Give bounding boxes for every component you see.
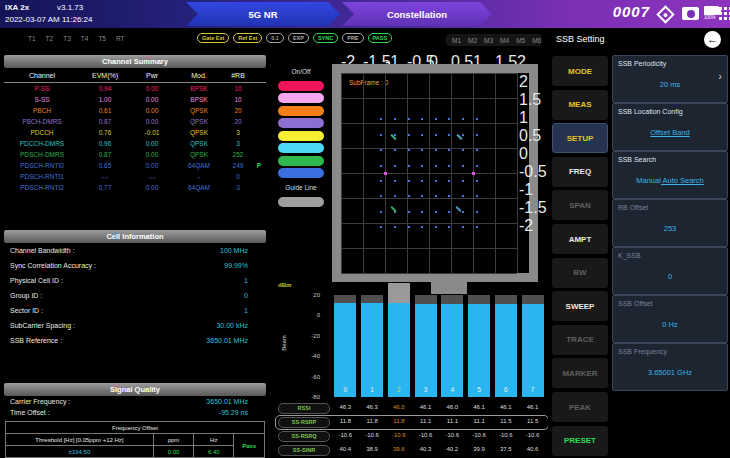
- menu-button-freq[interactable]: FREQ: [552, 157, 608, 187]
- row-value: 1: [244, 277, 260, 284]
- stat-value: 38.9: [359, 446, 386, 452]
- trace-label[interactable]: T5: [98, 35, 106, 42]
- setting-card-ssb-location-config[interactable]: SSB Location ConfigOffset Band: [612, 103, 728, 151]
- grid-line: [341, 148, 517, 149]
- beam-bar[interactable]: [361, 303, 383, 397]
- constellation-point: [408, 226, 410, 228]
- marker-label[interactable]: M3: [484, 37, 493, 44]
- frequency-offset-table: Frequency Offset Threshold [Hz] [0.05ppm…: [5, 421, 265, 458]
- tab-label: 5G NR: [248, 9, 277, 20]
- constellation-point: [380, 226, 382, 228]
- stat-value: 11.1: [412, 418, 439, 424]
- table-row: PDSCH-DMRS0.870.00QPSK252: [4, 149, 266, 160]
- y-tick-label: 20: [284, 292, 320, 298]
- marker-label[interactable]: M2: [468, 37, 477, 44]
- bar-cap: [415, 295, 437, 304]
- status-badge: SYNC: [313, 33, 338, 43]
- cell: 0.87: [80, 118, 130, 125]
- menu-button-ampt[interactable]: AMPT: [552, 224, 608, 254]
- legend-toggle[interactable]: [278, 131, 324, 141]
- trace-label[interactable]: T2: [46, 35, 54, 42]
- camera-icon[interactable]: [682, 7, 699, 20]
- stat-row-label[interactable]: RSSI: [278, 403, 330, 414]
- setting-value-link[interactable]: Offset Band: [650, 128, 689, 137]
- stat-value: 40.3: [412, 446, 439, 452]
- marker-label[interactable]: M6: [532, 37, 541, 44]
- stat-value: 40.6: [519, 446, 546, 452]
- marker-label[interactable]: M5: [516, 37, 525, 44]
- status-badge: Gate Ext: [197, 33, 229, 43]
- setting-card-ssb-frequency[interactable]: SSB Frequency3.65001 GHz: [612, 343, 728, 391]
- back-icon[interactable]: ←: [704, 31, 721, 48]
- constellation-point: [435, 165, 437, 167]
- tab-mode-5gnr[interactable]: 5G NR: [186, 2, 340, 26]
- legend-toggle[interactable]: [278, 156, 324, 166]
- menu-button-sweep[interactable]: SWEEP: [552, 291, 608, 321]
- beam-bar[interactable]: [522, 304, 544, 397]
- menu-button-mode[interactable]: MODE: [552, 56, 608, 86]
- hz-label: Hz: [194, 434, 234, 446]
- menu-button-trace[interactable]: TRACE: [552, 325, 608, 355]
- battery-percent: 100%: [704, 15, 716, 20]
- channel-smear: [390, 206, 396, 212]
- cell: 0.94: [80, 85, 130, 92]
- cell: BPSK: [174, 96, 224, 103]
- apps-menu-icon[interactable]: [719, 7, 722, 10]
- row-label: Sector ID :: [10, 307, 43, 314]
- menu-button-span[interactable]: SPAN: [552, 190, 608, 220]
- setting-card-ssb-search[interactable]: SSB SearchManual Auto Search: [612, 151, 728, 199]
- cell: QPSK: [174, 151, 224, 158]
- setting-value: 0 Hz: [613, 320, 727, 329]
- legend-toggle[interactable]: [278, 118, 324, 128]
- marker-label[interactable]: M4: [500, 37, 509, 44]
- menu-button-meas[interactable]: MEAS: [552, 90, 608, 120]
- trace-label[interactable]: T1: [28, 35, 36, 42]
- cell: -0.01: [130, 129, 174, 136]
- constellation-point: [462, 211, 464, 213]
- grid-line: [341, 273, 517, 274]
- beam-bar[interactable]: [388, 303, 410, 397]
- menu-button-marker[interactable]: MARKER: [552, 358, 608, 388]
- cell: 0: [224, 173, 252, 180]
- status-badges: Gate ExtRef Ext0.1EXPSYNCPREPASS: [197, 33, 392, 43]
- legend-toggle[interactable]: [278, 106, 324, 116]
- legend-toggle[interactable]: [278, 93, 324, 103]
- constellation-point: [408, 211, 410, 213]
- beam-bar[interactable]: [441, 304, 463, 397]
- stat-row-label[interactable]: SS-RSRQ: [278, 431, 330, 442]
- stat-row-label[interactable]: SS-RSRP: [278, 417, 330, 428]
- cell: 0.00: [130, 107, 174, 114]
- marker-label[interactable]: M1: [452, 37, 461, 44]
- setting-value-part[interactable]: Manual: [636, 176, 661, 185]
- constellation-point: [435, 149, 437, 151]
- menu-button-bw[interactable]: BW: [552, 258, 608, 288]
- beam-bar[interactable]: [415, 304, 437, 397]
- setting-card-ssb-offset[interactable]: SSB Offset0 Hz: [612, 295, 728, 343]
- legend-toggle[interactable]: [278, 168, 324, 178]
- gps-icon[interactable]: [656, 5, 674, 23]
- constellation-point: [421, 226, 423, 228]
- legend-toggle[interactable]: [278, 143, 324, 153]
- stat-row-label[interactable]: SS-SINR: [278, 445, 330, 456]
- constellation-point: [462, 134, 464, 136]
- constellation-point: [421, 195, 423, 197]
- tab-measure-constellation[interactable]: Constellation: [342, 2, 492, 26]
- setting-card-k-ssb[interactable]: K_SSB0: [612, 247, 728, 295]
- setting-card-rb-offset[interactable]: RB Offset253: [612, 199, 728, 247]
- legend-toggle[interactable]: [278, 81, 324, 91]
- menu-button-peak[interactable]: PEAK: [552, 392, 608, 422]
- trace-label[interactable]: T3: [63, 35, 71, 42]
- beam-bar[interactable]: [334, 303, 356, 397]
- constellation-point: [448, 165, 450, 167]
- setting-value-part[interactable]: Auto Search: [661, 176, 704, 185]
- guide-line-toggle[interactable]: [278, 197, 324, 207]
- channel-legend: On/Off Guide Line: [272, 68, 330, 209]
- beam-bar[interactable]: [495, 304, 517, 397]
- menu-button-setup[interactable]: SETUP: [552, 123, 608, 153]
- trace-label[interactable]: RT: [116, 35, 125, 42]
- trace-label[interactable]: T4: [81, 35, 89, 42]
- beam-bar[interactable]: [468, 304, 490, 397]
- y-tick-label: -20: [284, 333, 320, 339]
- setting-card-ssb-periodicity[interactable]: SSB Periodicity20 ms›: [612, 55, 728, 103]
- menu-button-preset[interactable]: PRESET: [552, 426, 608, 456]
